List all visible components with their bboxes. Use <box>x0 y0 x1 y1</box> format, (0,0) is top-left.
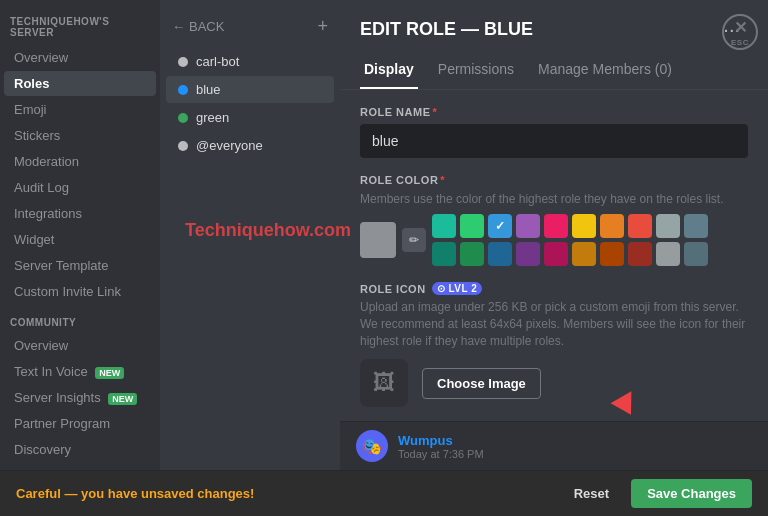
color-swatch-7[interactable] <box>628 214 652 238</box>
new-badge-server-insights: NEW <box>108 393 137 405</box>
server-name: TECHNIQUEHOW'S SERVER <box>0 12 160 44</box>
wumpus-avatar-icon: 🎭 <box>362 437 382 456</box>
sidebar-item-audit-log[interactable]: Audit Log <box>4 175 156 200</box>
sidebar-item-custom-invite[interactable]: Custom Invite Link <box>4 279 156 304</box>
color-swatch-4[interactable] <box>544 214 568 238</box>
back-label: BACK <box>189 19 224 34</box>
sidebar-item-emoji[interactable]: Emoji <box>4 97 156 122</box>
color-swatch-13[interactable] <box>516 242 540 266</box>
role-item-carl-bot[interactable]: carl-bot <box>166 48 334 75</box>
color-swatch-2[interactable] <box>488 214 512 238</box>
color-swatch-19[interactable] <box>684 242 708 266</box>
tab-content-display: ROLE NAME* ROLE COLOR* Members use the c… <box>340 90 768 421</box>
color-swatch-3[interactable] <box>516 214 540 238</box>
role-icon-description: Upload an image under 256 KB or pick a c… <box>360 299 748 349</box>
sidebar-item-membership-screening[interactable]: Membership Screening <box>4 463 156 470</box>
add-role-button[interactable]: + <box>317 16 328 37</box>
esc-label: ESC <box>731 38 749 47</box>
sidebar-item-roles[interactable]: Roles <box>4 71 156 96</box>
current-color-swatch[interactable] <box>360 222 396 258</box>
sidebar-item-text-in-voice[interactable]: Text In Voice NEW <box>4 359 156 384</box>
role-icon-placeholder: 🖼 <box>360 359 408 407</box>
tab-permissions[interactable]: Permissions <box>434 55 518 89</box>
sidebar-item-widget[interactable]: Widget <box>4 227 156 252</box>
role-color-hint: Members use the color of the highest rol… <box>360 192 748 206</box>
sidebar-item-server-template[interactable]: Server Template <box>4 253 156 278</box>
role-icon-label: ROLE ICON ⊙ LVL 2 <box>360 282 748 295</box>
role-icon-section: ROLE ICON ⊙ LVL 2 Upload an image under … <box>360 282 748 407</box>
color-swatch-8[interactable] <box>656 214 680 238</box>
sidebar-item-overview[interactable]: Overview <box>4 45 156 70</box>
color-edit-button[interactable]: ✏ <box>402 228 426 252</box>
color-swatch-1[interactable] <box>460 214 484 238</box>
color-swatch-10[interactable] <box>432 242 456 266</box>
sidebar-item-moderation[interactable]: Moderation <box>4 149 156 174</box>
color-swatch-6[interactable] <box>600 214 624 238</box>
color-swatch-15[interactable] <box>572 242 596 266</box>
close-icon: ✕ <box>734 18 747 37</box>
back-arrow-icon: ← <box>172 19 185 34</box>
tab-manage-members[interactable]: Manage Members (0) <box>534 55 676 89</box>
role-name-input[interactable] <box>360 124 748 158</box>
role-name-green: green <box>196 110 229 125</box>
roles-list-panel: ← BACK + carl-bot blue green @everyone <box>160 0 340 470</box>
reset-button[interactable]: Reset <box>562 480 621 507</box>
role-icon-row: 🖼 Choose Image <box>360 359 748 407</box>
unsaved-changes-text: Careful — you have unsaved changes! <box>16 486 552 501</box>
role-icon-default-icon: 🖼 <box>373 370 395 396</box>
color-swatch-11[interactable] <box>460 242 484 266</box>
back-button[interactable]: ← BACK <box>172 19 224 34</box>
wumpus-preview-bar: 🎭 Wumpus Today at 7:36 PM <box>340 421 768 470</box>
new-badge-text-in-voice: NEW <box>95 367 124 379</box>
panel-header: ← BACK + <box>160 10 340 47</box>
role-color-label: ROLE COLOR* <box>360 174 748 186</box>
color-swatch-5[interactable] <box>572 214 596 238</box>
wumpus-name: Wumpus <box>398 433 752 448</box>
role-dot-green <box>178 113 188 123</box>
sidebar-item-server-insights[interactable]: Server Insights NEW <box>4 385 156 410</box>
lvl-badge: ⊙ LVL 2 <box>432 282 483 295</box>
community-section-label: COMMUNITY <box>0 305 160 332</box>
role-name-blue: blue <box>196 82 221 97</box>
color-swatch-0[interactable] <box>432 214 456 238</box>
role-color-section: ROLE COLOR* Members use the color of the… <box>360 174 748 266</box>
role-item-everyone[interactable]: @everyone <box>166 132 334 159</box>
color-swatch-12[interactable] <box>488 242 512 266</box>
color-swatch-9[interactable] <box>684 214 708 238</box>
color-picker-row: ✏ <box>360 214 748 266</box>
role-item-green[interactable]: green <box>166 104 334 131</box>
sidebar-item-discovery[interactable]: Discovery <box>4 437 156 462</box>
role-dot-everyone <box>178 141 188 151</box>
color-swatch-18[interactable] <box>656 242 680 266</box>
footer-bar: Careful — you have unsaved changes! Rese… <box>0 470 768 516</box>
color-swatch-16[interactable] <box>600 242 624 266</box>
role-item-blue[interactable]: blue <box>166 76 334 103</box>
role-name-carl-bot: carl-bot <box>196 54 239 69</box>
tab-bar: Display Permissions Manage Members (0) <box>340 45 768 90</box>
color-swatch-17[interactable] <box>628 242 652 266</box>
page-title: EDIT ROLE — BLUE <box>360 19 703 40</box>
wumpus-avatar: 🎭 <box>356 430 388 462</box>
wumpus-info: Wumpus Today at 7:36 PM <box>398 433 752 460</box>
role-dot-blue <box>178 85 188 95</box>
save-changes-button[interactable]: Save Changes <box>631 479 752 508</box>
wumpus-timestamp: Today at 7:36 PM <box>398 448 752 460</box>
main-content: EDIT ROLE — BLUE ··· Display Permissions… <box>340 0 768 470</box>
color-grid <box>432 214 708 266</box>
edit-role-header: EDIT ROLE — BLUE ··· <box>340 0 768 45</box>
color-swatch-14[interactable] <box>544 242 568 266</box>
sidebar-item-community-overview[interactable]: Overview <box>4 333 156 358</box>
choose-image-button[interactable]: Choose Image <box>422 368 541 399</box>
sidebar-item-partner-program[interactable]: Partner Program <box>4 411 156 436</box>
role-name-label: ROLE NAME* <box>360 106 748 118</box>
sidebar: TECHNIQUEHOW'S SERVER Overview Roles Emo… <box>0 0 160 470</box>
role-dot-carl-bot <box>178 57 188 67</box>
sidebar-item-stickers[interactable]: Stickers <box>4 123 156 148</box>
tab-display[interactable]: Display <box>360 55 418 89</box>
esc-button[interactable]: ✕ ESC <box>722 14 758 50</box>
role-name-everyone: @everyone <box>196 138 263 153</box>
sidebar-item-integrations[interactable]: Integrations <box>4 201 156 226</box>
